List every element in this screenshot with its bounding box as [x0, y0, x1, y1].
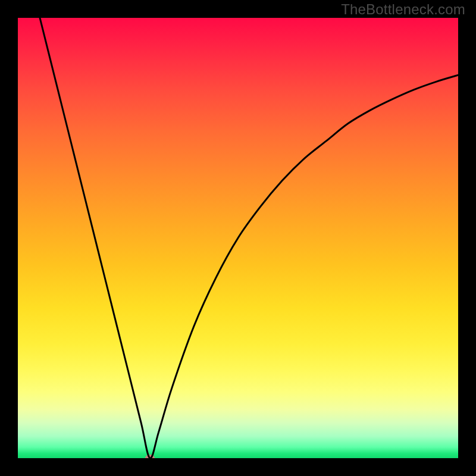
- plot-area: [18, 18, 458, 458]
- chart-frame: TheBottleneck.com: [0, 0, 476, 476]
- bottleneck-curve: [18, 18, 458, 458]
- watermark-text: TheBottleneck.com: [341, 1, 465, 18]
